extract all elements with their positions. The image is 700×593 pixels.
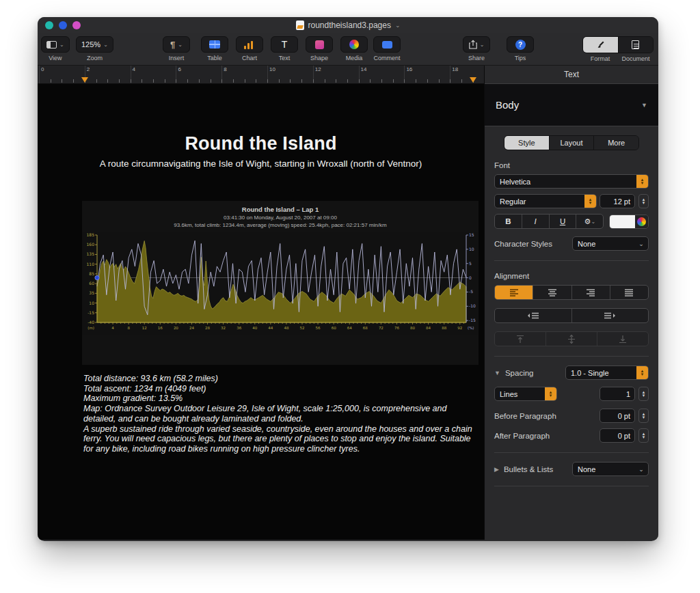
bullets-dropdown[interactable]: None ⌄ xyxy=(572,462,649,476)
shape-button[interactable] xyxy=(306,36,333,53)
body-paragraph[interactable]: Total ascent: 1234 m (4049 feet) xyxy=(83,384,481,394)
tips-button[interactable]: ? xyxy=(507,36,534,53)
ruler-tab-marker[interactable] xyxy=(470,77,476,83)
chevron-down-icon: ⌄ xyxy=(591,219,595,225)
tab-style[interactable]: Style xyxy=(504,136,549,150)
chart-button[interactable] xyxy=(236,36,263,53)
stepper-icon[interactable]: ▲▼ xyxy=(584,195,596,208)
route-start-marker xyxy=(95,275,99,279)
body-paragraph[interactable]: Total distance: 93.6 km (58.2 miles) xyxy=(83,374,481,384)
body-paragraph[interactable]: Maximum gradient: 13.5% xyxy=(83,394,481,404)
media-button[interactable] xyxy=(340,36,368,53)
color-wheel-button[interactable] xyxy=(635,215,648,228)
close-window-button[interactable] xyxy=(45,21,53,29)
svg-text:10: 10 xyxy=(89,301,94,305)
stepper-icon[interactable]: ▲▼ xyxy=(636,366,648,379)
color-swatch[interactable] xyxy=(610,215,635,228)
stepper-icon[interactable]: ▲▼ xyxy=(636,175,648,188)
ruler-number: 2 xyxy=(87,66,90,72)
horizontal-ruler[interactable]: 024681012141618 xyxy=(38,66,484,84)
document-canvas[interactable]: Round the Island A route circumnavigatin… xyxy=(38,84,484,540)
bullets-disclosure-icon[interactable]: ▶ xyxy=(494,466,499,473)
underline-button[interactable]: U xyxy=(549,215,576,228)
spacing-section-label: Spacing xyxy=(505,369,534,377)
valign-middle-button[interactable] xyxy=(546,332,597,346)
title-chevron-icon[interactable]: ⌄ xyxy=(395,22,401,29)
tab-more[interactable]: More xyxy=(593,136,638,150)
svg-text:160: 160 xyxy=(87,242,95,247)
spacing-unit-dropdown[interactable]: Lines ▲▼ xyxy=(494,387,557,401)
fullscreen-window-button[interactable] xyxy=(72,21,81,29)
desktop: roundtheisland3.pages ⌄ ⌄ View 125%⌄ Zoo… xyxy=(0,0,700,593)
font-size-field[interactable]: 12 pt xyxy=(600,194,635,208)
text-button[interactable]: T xyxy=(271,36,298,53)
character-styles-value: None xyxy=(573,240,634,248)
comment-icon xyxy=(382,41,392,49)
after-paragraph-stepper[interactable]: ▲▼ xyxy=(638,428,649,443)
ruler-tick xyxy=(347,79,348,83)
format-button[interactable] xyxy=(583,37,618,53)
share-button[interactable]: ⌄ xyxy=(463,36,490,53)
text-color-well[interactable] xyxy=(609,215,649,229)
advanced-text-options-button[interactable]: ⚙⌄ xyxy=(576,215,603,228)
font-family-dropdown[interactable]: Helvetica ▲▼ xyxy=(494,174,649,189)
paragraph-style-dropdown[interactable]: Body ▼ xyxy=(485,84,658,126)
zoom-button[interactable]: 125%⌄ xyxy=(76,36,113,53)
elevation-chart-image[interactable]: Round the Island – Lap 1 03:41:30 on Mon… xyxy=(82,201,479,365)
svg-text:88: 88 xyxy=(442,326,446,330)
before-paragraph-stepper[interactable]: ▲▼ xyxy=(638,409,649,423)
document-subtitle[interactable]: A route circumnavigating the Isle of Wig… xyxy=(38,158,484,169)
spacing-disclosure-icon[interactable]: ▼ xyxy=(494,370,500,376)
table-button[interactable] xyxy=(201,36,228,53)
stepper-icon[interactable]: ▲▼ xyxy=(545,387,556,400)
tab-layout[interactable]: Layout xyxy=(549,136,594,150)
valign-top-button[interactable] xyxy=(495,332,546,346)
ruler-tick xyxy=(107,79,108,83)
ruler-number: 0 xyxy=(41,66,44,72)
document-button[interactable] xyxy=(618,37,654,53)
svg-text:8: 8 xyxy=(127,326,130,330)
spacing-mode-dropdown[interactable]: 1.0 - Single ▲▼ xyxy=(565,366,649,380)
ruler-tick xyxy=(427,79,428,83)
font-size-stepper[interactable]: ▲▼ xyxy=(638,194,649,208)
font-weight-dropdown[interactable]: Regular ▲▼ xyxy=(494,194,597,208)
align-center-button[interactable] xyxy=(533,286,571,299)
align-right-button[interactable] xyxy=(571,286,610,299)
before-paragraph-field[interactable]: 0 pt xyxy=(600,409,635,423)
body-paragraphs[interactable]: Total distance: 93.6 km (58.2 miles)Tota… xyxy=(83,374,481,454)
decrease-indent-button[interactable] xyxy=(495,309,571,322)
minimize-window-button[interactable] xyxy=(59,21,67,29)
insert-button[interactable]: ¶⌄ xyxy=(163,36,190,53)
text-label: Text xyxy=(279,55,291,61)
document-heading[interactable]: Round the Island xyxy=(38,133,484,154)
paragraph-style-value: Body xyxy=(496,99,519,111)
line-spacing-stepper[interactable]: ▲▼ xyxy=(638,387,649,401)
character-styles-dropdown[interactable]: None ⌄ xyxy=(572,236,649,251)
valign-bottom-button[interactable] xyxy=(597,332,648,346)
body-paragraph[interactable]: Map: Ordnance Survey Outdoor Leisure 29,… xyxy=(83,404,481,424)
comment-button[interactable] xyxy=(373,36,401,53)
ruler-tick xyxy=(393,79,394,83)
ruler-tick xyxy=(290,79,291,83)
increase-indent-button[interactable] xyxy=(571,309,649,322)
ruler-tick xyxy=(256,79,256,83)
body-paragraph[interactable]: A superb sustained ride through varied s… xyxy=(83,424,481,454)
view-button[interactable]: ⌄ xyxy=(41,36,70,53)
font-family-value: Helvetica xyxy=(495,178,636,186)
bold-button[interactable]: B xyxy=(495,215,522,228)
align-left-button[interactable] xyxy=(495,286,533,299)
line-spacing-field[interactable]: 1 xyxy=(600,387,635,401)
ruler-tick xyxy=(142,79,142,83)
chart-subtitle-2: 93.6km, total climb: 1234.4m, average (m… xyxy=(82,222,479,228)
chart-label: Chart xyxy=(242,55,257,61)
shape-icon xyxy=(315,40,324,49)
format-label: Format xyxy=(582,55,618,62)
svg-text:20: 20 xyxy=(174,326,178,330)
align-justify-button[interactable] xyxy=(610,286,648,299)
svg-text:72: 72 xyxy=(379,326,383,330)
italic-button[interactable]: I xyxy=(522,215,549,228)
svg-text:110: 110 xyxy=(87,262,95,266)
after-paragraph-field[interactable]: 0 pt xyxy=(600,428,635,443)
ruler-tab-marker[interactable] xyxy=(81,77,88,83)
comment-label: Comment xyxy=(373,55,400,61)
